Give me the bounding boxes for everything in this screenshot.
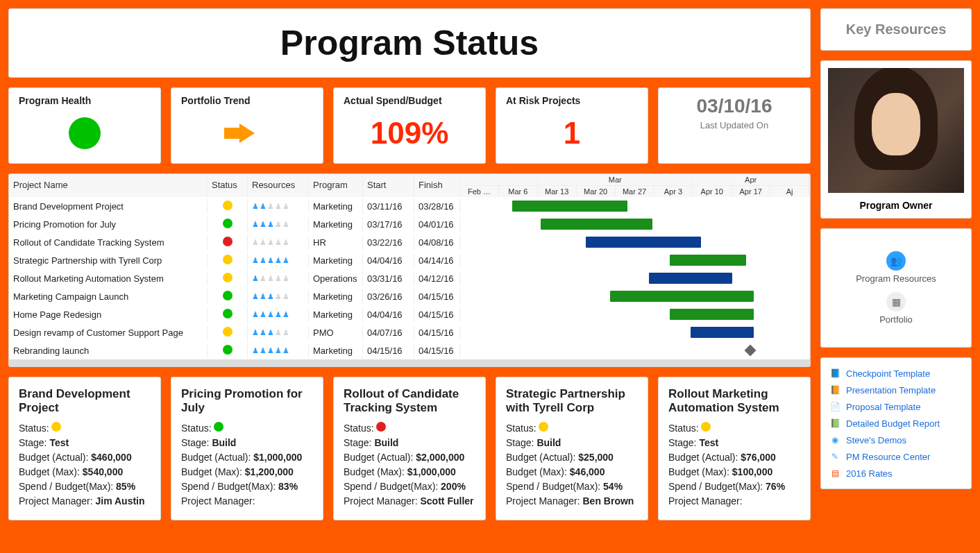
timeline-tick: Mar 20 (577, 186, 616, 197)
card-title: Pricing Promotion for July (181, 387, 313, 415)
person-icon: ♟ (252, 346, 259, 355)
file-icon: ◉ (829, 434, 840, 445)
project-card[interactable]: Rollout Marketing Automation SystemStatu… (658, 377, 811, 520)
file-icon: ✎ (829, 451, 840, 462)
table-row[interactable]: Brand Development Project♟♟♟♟♟Marketing0… (9, 197, 810, 215)
title-panel: Program Status (8, 8, 811, 78)
side-title: Key Resources (820, 8, 972, 51)
person-icon: ♟ (282, 328, 289, 337)
person-icon: ♟ (267, 202, 274, 211)
col-status[interactable]: Status (208, 174, 248, 197)
person-icon: ♟ (267, 328, 274, 337)
link-text: PM Resource Center (846, 452, 930, 462)
finish-cell: 04/15/16 (414, 343, 460, 358)
status-indicator-icon (223, 219, 233, 228)
person-icon: ♟ (252, 328, 259, 337)
card-title: Brand Development Project (19, 387, 151, 415)
status-indicator-icon (223, 255, 233, 264)
person-icon: ♟ (252, 238, 259, 247)
finish-cell: 04/15/16 (414, 325, 460, 340)
person-icon: ♟ (282, 292, 289, 301)
kpi-spend: Actual Spend/Budget 109% (333, 87, 486, 164)
gantt-bar[interactable] (512, 201, 627, 212)
col-resources[interactable]: Resources (248, 174, 309, 197)
person-icon: ♟ (275, 346, 282, 355)
resource-link[interactable]: ▤2016 Rates (829, 465, 963, 482)
kpi-risk: At Risk Projects 1 (496, 87, 648, 164)
portfolio-icon: ▦ (886, 292, 906, 312)
finish-cell: 03/28/16 (414, 199, 460, 214)
col-finish[interactable]: Finish (414, 174, 460, 197)
gantt-bar[interactable] (586, 237, 701, 248)
table-row[interactable]: Pricing Promotion for July♟♟♟♟♟Marketing… (9, 215, 810, 233)
finish-cell: 04/14/16 (414, 253, 460, 268)
table-row[interactable]: Strategic Partnership with Tyrell Corp♟♟… (9, 251, 810, 269)
person-icon: ♟ (267, 292, 274, 301)
status-indicator-icon (223, 201, 233, 210)
col-start[interactable]: Start (363, 174, 414, 197)
person-icon: ♟ (275, 310, 282, 319)
timeline-tick: Apr 3 (654, 186, 693, 197)
links-panel: 📘Checkpoint Template📙Presentation Templa… (820, 357, 972, 489)
gantt-panel: Project Name Status Resources Program St… (8, 173, 811, 367)
kpi-risk-label: At Risk Projects (506, 95, 638, 106)
kpi-trend-label: Portfolio Trend (181, 95, 313, 106)
link-text: Detailed Budget Report (846, 418, 940, 429)
gantt-bar[interactable] (610, 291, 753, 302)
status-indicator-icon (51, 422, 61, 432)
project-name: Brand Development Project (9, 199, 208, 214)
person-icon: ♟ (260, 310, 267, 319)
avatar-panel: Program Owner (820, 60, 972, 219)
start-cell: 03/17/16 (363, 217, 414, 232)
table-row[interactable]: Home Page Redesign♟♟♟♟♟Marketing04/04/16… (9, 305, 810, 323)
resource-link[interactable]: 📘Checkpoint Template (829, 365, 963, 382)
link-text: Checkpoint Template (846, 368, 930, 379)
gantt-bar[interactable] (649, 273, 733, 284)
col-program[interactable]: Program (309, 174, 363, 197)
project-name: Marketing Campaign Launch (9, 289, 208, 304)
program-cell: Marketing (309, 217, 363, 232)
table-row[interactable]: Rebranding launch♟♟♟♟♟Marketing04/15/160… (9, 341, 810, 359)
table-row[interactable]: Marketing Campaign Launch♟♟♟♟♟Marketing0… (9, 287, 810, 305)
gantt-scrollbar[interactable] (9, 359, 810, 366)
link-text: Presentation Template (846, 385, 936, 395)
project-card[interactable]: Strategic Partnership with Tyrell CorpSt… (496, 377, 648, 520)
project-card[interactable]: Rollout of Candidate Tracking SystemStat… (333, 377, 486, 520)
gantt-bar[interactable] (541, 219, 652, 230)
person-icon: ♟ (252, 202, 259, 211)
gantt-bar[interactable] (691, 327, 754, 338)
kpi-date-value: 03/10/16 (697, 95, 772, 117)
person-icon: ♟ (260, 256, 267, 265)
table-row[interactable]: Design revamp of Customer Support Page♟♟… (9, 323, 810, 341)
resources-panel: 👥 Program Resources ▦ Portfolio (820, 228, 972, 348)
program-resources-link[interactable]: 👥 Program Resources (828, 251, 964, 284)
person-icon: ♟ (260, 328, 267, 337)
gantt-bar[interactable] (670, 255, 747, 266)
project-name: Rebranding launch (9, 343, 208, 358)
finish-cell: 04/15/16 (414, 307, 460, 322)
person-icon: ♟ (260, 220, 267, 229)
resource-link[interactable]: 📙Presentation Template (829, 382, 963, 398)
person-icon: ♟ (252, 256, 259, 265)
col-name[interactable]: Project Name (9, 174, 208, 197)
status-indicator-icon (223, 345, 233, 355)
status-indicator-icon (223, 309, 233, 318)
person-icon: ♟ (267, 220, 274, 229)
month-apr: Apr (693, 174, 809, 186)
timeline-tick: Feb … (460, 186, 499, 197)
timeline-tick: Apr 10 (693, 186, 732, 197)
resource-link[interactable]: ◉Steve's Demos (829, 432, 963, 448)
resource-link[interactable]: ✎PM Resource Center (829, 448, 963, 465)
gantt-bar[interactable] (670, 309, 754, 320)
table-row[interactable]: Rollout of Candidate Tracking System♟♟♟♟… (9, 233, 810, 251)
project-card[interactable]: Brand Development ProjectStatus: Stage: … (8, 377, 161, 520)
person-icon: ♟ (275, 202, 282, 211)
portfolio-link[interactable]: ▦ Portfolio (828, 292, 964, 325)
table-row[interactable]: Rollout Marketing Automation System♟♟♟♟♟… (9, 269, 810, 287)
project-card[interactable]: Pricing Promotion for JulyStatus: Stage:… (171, 377, 323, 520)
person-icon: ♟ (260, 202, 267, 211)
person-icon: ♟ (252, 274, 259, 283)
resource-link[interactable]: 📄Proposal Template (829, 398, 963, 415)
person-icon: ♟ (275, 256, 282, 265)
resource-link[interactable]: 📗Detailed Budget Report (829, 415, 963, 432)
